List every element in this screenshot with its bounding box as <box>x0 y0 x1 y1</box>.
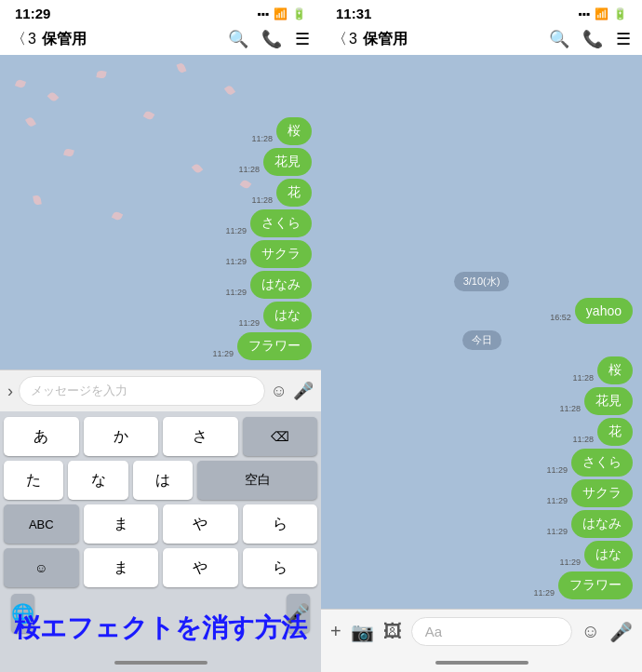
table-row: 11:29 はな <box>238 302 312 329</box>
right-panel: 11:31 ▪▪▪ 📶 🔋 〈 3 保管用 🔍 📞 ☰ 3/10(水) 16:5… <box>321 0 642 672</box>
key-ma[interactable]: ま <box>84 504 159 544</box>
key-ra[interactable]: ら <box>243 504 318 544</box>
camera-icon[interactable]: 📷 <box>351 621 374 643</box>
keyboard-row-1: あ か さ ⌫ <box>4 417 317 456</box>
input-placeholder: メッセージを入力 <box>31 383 127 397</box>
date-badge-old: 3/10(水) <box>454 272 510 291</box>
wifi-icon: 📶 <box>274 7 288 20</box>
nav-title-left: 保管用 <box>42 30 87 49</box>
back-count-right: 3 <box>349 31 357 47</box>
key-ya2[interactable]: や <box>163 548 238 587</box>
keyboard-bottom-row: 🌐 🎤 <box>4 592 317 635</box>
table-row: 11:28 花 <box>572 418 633 446</box>
table-row: 11:29 さくら <box>225 209 312 237</box>
key-delete[interactable]: ⌫ <box>243 417 318 456</box>
wifi-icon-right: 📶 <box>595 7 609 20</box>
search-icon-right[interactable]: 🔍 <box>549 29 569 49</box>
petal <box>223 84 234 96</box>
keyboard-row-2: た な は 空白 <box>4 461 317 500</box>
emoji-button[interactable]: ☺ <box>271 382 288 401</box>
image-icon[interactable]: 🖼 <box>383 621 402 642</box>
key-mic-bottom[interactable]: 🎤 <box>287 594 310 633</box>
keyboard: あ か さ ⌫ た な は 空白 ABC ま や ら ☺ ま や ら 🌐 🎤 <box>0 411 321 653</box>
key-abc[interactable]: ABC <box>4 504 79 544</box>
status-time-right: 11:31 <box>336 6 371 21</box>
keyboard-row-4: ☺ ま や ら <box>4 548 317 587</box>
chat-bg-right: 3/10(水) 16:52 yahoo 今日 11:28 桜 11:28 花見 … <box>321 55 642 609</box>
left-panel: 11:29 ▪▪▪ 📶 🔋 〈 3 保管用 🔍 📞 ☰ <box>0 0 321 672</box>
phone-icon-right[interactable]: 📞 <box>582 29 603 49</box>
back-chevron-left: 〈 <box>11 30 26 49</box>
status-bar-right: 11:31 ▪▪▪ 📶 🔋 <box>321 0 642 25</box>
signal-icon-right: ▪▪▪ <box>578 7 590 20</box>
table-row: 11:28 花見 <box>559 387 633 415</box>
expand-button[interactable]: › <box>7 382 13 401</box>
home-bar <box>114 661 207 665</box>
back-button-left[interactable]: 〈 3 <box>11 30 36 49</box>
table-row: 11:29 フラワー <box>212 332 312 360</box>
key-a[interactable]: あ <box>4 417 79 456</box>
home-indicator-right <box>321 653 642 672</box>
phone-icon-left[interactable]: 📞 <box>261 29 282 49</box>
key-emoji-left[interactable]: ☺ <box>4 548 79 587</box>
table-row: 11:29 さくら <box>546 449 633 477</box>
table-row: 11:29 はなみ <box>546 510 633 538</box>
key-ma2[interactable]: ま <box>84 548 159 587</box>
menu-icon-left[interactable]: ☰ <box>295 29 310 49</box>
table-row: 11:29 はな <box>559 541 633 569</box>
home-bar-right <box>435 661 528 665</box>
input-placeholder-right: Aa <box>425 624 442 639</box>
key-ya[interactable]: や <box>163 504 238 544</box>
key-sa[interactable]: さ <box>163 417 238 456</box>
emoji-icon-right[interactable]: ☺ <box>582 621 600 642</box>
key-globe[interactable]: 🌐 <box>11 594 34 633</box>
message-input[interactable]: メッセージを入力 <box>19 376 265 406</box>
chat-messages-left: 11:28 桜 11:28 花見 11:28 花 11:29 さくら 11:29… <box>0 110 321 370</box>
input-bar-left: › メッセージを入力 ☺ 🎤 <box>0 370 321 411</box>
key-space[interactable]: 空白 <box>197 461 317 500</box>
status-icons-left: ▪▪▪ 📶 🔋 <box>257 7 306 20</box>
home-indicator-left <box>0 653 321 672</box>
table-row: 11:29 サクラ <box>546 479 633 507</box>
signal-icon: ▪▪▪ <box>257 7 269 20</box>
status-bar-left: 11:29 ▪▪▪ 📶 🔋 <box>0 0 321 25</box>
battery-icon-right: 🔋 <box>613 7 627 20</box>
chat-bg-left: 11:28 桜 11:28 花見 11:28 花 11:29 さくら 11:29… <box>0 55 321 370</box>
chat-messages-right: 3/10(水) 16:52 yahoo 今日 11:28 桜 11:28 花見 … <box>321 261 642 609</box>
key-ka[interactable]: か <box>84 417 159 456</box>
voice-icon-right[interactable]: 🎤 <box>609 621 633 643</box>
menu-icon-right[interactable]: ☰ <box>616 29 631 49</box>
back-count-left: 3 <box>28 31 36 47</box>
date-badge-today: 今日 <box>462 330 502 350</box>
status-icons-right: ▪▪▪ 📶 🔋 <box>578 7 627 20</box>
plus-icon[interactable]: + <box>330 621 341 642</box>
message-input-right[interactable]: Aa <box>411 617 572 646</box>
search-icon-left[interactable]: 🔍 <box>228 29 248 49</box>
back-button-right[interactable]: 〈 3 <box>332 30 357 49</box>
petal <box>176 62 186 74</box>
nav-bar-left: 〈 3 保管用 🔍 📞 ☰ <box>0 25 321 55</box>
table-row: 11:29 フラワー <box>533 571 633 599</box>
table-row: 11:29 サクラ <box>225 240 312 268</box>
nav-bar-right: 〈 3 保管用 🔍 📞 ☰ <box>321 25 642 55</box>
petal <box>47 90 59 102</box>
key-ha[interactable]: は <box>133 461 193 500</box>
petal <box>15 79 26 89</box>
table-row: 11:28 桜 <box>251 117 312 145</box>
table-row: 11:28 桜 <box>572 356 633 384</box>
nav-title-right: 保管用 <box>363 30 408 49</box>
table-row: 11:29 はなみ <box>225 271 312 299</box>
status-time-left: 11:29 <box>15 6 50 21</box>
key-ta[interactable]: た <box>4 461 63 500</box>
nav-actions-left: 🔍 📞 ☰ <box>228 29 310 49</box>
back-chevron-right: 〈 <box>332 30 347 49</box>
table-row: 11:28 花見 <box>238 148 312 176</box>
voice-button[interactable]: 🎤 <box>293 381 314 401</box>
table-row: 11:28 花 <box>251 179 312 207</box>
key-ra2[interactable]: ら <box>243 548 318 587</box>
table-row: 16:52 yahoo <box>550 298 633 324</box>
input-bar-right: + 📷 🖼 Aa ☺ 🎤 <box>321 609 642 653</box>
nav-actions-right: 🔍 📞 ☰ <box>549 29 631 49</box>
petal <box>96 70 106 79</box>
key-na[interactable]: な <box>68 461 127 500</box>
